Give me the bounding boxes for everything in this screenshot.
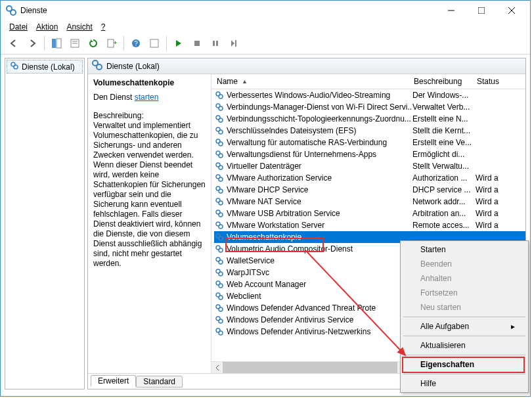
services-app-icon bbox=[6, 5, 16, 16]
ctx-help[interactable]: Hilfe bbox=[402, 376, 527, 391]
start-service-link[interactable]: starten bbox=[135, 93, 159, 102]
refresh-toolbar-button[interactable] bbox=[85, 35, 101, 51]
svg-point-60 bbox=[219, 307, 223, 311]
service-row[interactable]: Virtueller DatenträgerStellt Verwaltu... bbox=[214, 160, 525, 172]
start-service-button[interactable] bbox=[171, 35, 187, 51]
service-row[interactable]: Verbindungsschicht-Topologieerkennungs-Z… bbox=[214, 113, 525, 125]
service-status-cell: Wird a bbox=[476, 173, 515, 183]
close-button[interactable] bbox=[497, 1, 527, 20]
service-row[interactable]: Verschlüsselndes Dateisystem (EFS)Stellt… bbox=[214, 125, 525, 137]
service-row[interactable]: Verwaltung für automatische RAS-Verbindu… bbox=[214, 137, 525, 148]
service-row[interactable]: VMware DHCP ServiceDHCP service ...Wird … bbox=[214, 184, 525, 196]
service-desc-cell: Der Windows-... bbox=[412, 91, 476, 100]
service-gear-icon bbox=[214, 315, 225, 325]
service-row[interactable]: Verbindungs-Manager-Dienst von Wi-Fi Dir… bbox=[214, 101, 525, 113]
svg-rect-7 bbox=[56, 39, 61, 48]
service-gear-icon bbox=[214, 267, 225, 278]
column-status[interactable]: Status bbox=[477, 77, 516, 86]
service-desc-cell: Ermöglicht di... bbox=[412, 150, 476, 159]
menu-action[interactable]: Aktion bbox=[33, 22, 61, 32]
scroll-left-button[interactable] bbox=[211, 362, 223, 373]
menu-help[interactable]: ? bbox=[98, 22, 109, 32]
service-desc-cell: Stellt die Kernt... bbox=[412, 126, 476, 135]
svg-rect-14 bbox=[150, 39, 158, 47]
svg-point-42 bbox=[219, 201, 223, 205]
service-name-cell: Verbessertes Windows-Audio/Video-Streami… bbox=[227, 91, 390, 100]
svg-point-46 bbox=[219, 225, 223, 229]
service-status-cell: Wird a bbox=[476, 185, 515, 194]
service-gear-icon bbox=[214, 149, 225, 160]
ctx-start[interactable]: Starten bbox=[402, 242, 527, 257]
svg-point-26 bbox=[219, 106, 223, 110]
service-gear-icon bbox=[214, 102, 225, 112]
svg-point-20 bbox=[14, 65, 18, 69]
properties-toolbar-button[interactable] bbox=[67, 35, 83, 51]
scrollbar-thumb[interactable] bbox=[223, 362, 397, 373]
svg-point-54 bbox=[219, 272, 223, 276]
service-desc-cell: Erstellt eine N... bbox=[412, 114, 476, 123]
service-row[interactable]: VMware NAT ServiceNetwork addr...Wird a bbox=[214, 196, 525, 208]
tree-root-label: Dienste (Lokal) bbox=[22, 62, 75, 72]
service-desc-cell: DHCP service ... bbox=[412, 185, 476, 194]
tab-extended[interactable]: Erweitert bbox=[91, 375, 136, 387]
svg-point-34 bbox=[219, 154, 223, 158]
selected-service-name: Volumeschattenkopie bbox=[93, 78, 206, 87]
menu-file[interactable]: Datei bbox=[6, 22, 31, 32]
service-desc-cell: Remote acces... bbox=[412, 221, 476, 230]
service-gear-icon bbox=[214, 255, 225, 266]
tree-root-services-local[interactable]: Dienste (Lokal) bbox=[7, 60, 83, 74]
service-gear-icon bbox=[214, 291, 225, 301]
maximize-button[interactable] bbox=[466, 1, 497, 20]
service-row[interactable]: VMware Workstation ServerRemote acces...… bbox=[214, 219, 525, 231]
svg-point-32 bbox=[219, 142, 223, 146]
help-toolbar-button[interactable]: ? bbox=[128, 35, 144, 51]
service-name-cell: Web Account Manager bbox=[227, 280, 306, 289]
menu-view[interactable]: Ansicht bbox=[63, 22, 95, 32]
svg-point-64 bbox=[219, 331, 223, 335]
column-headers: Name▲ Beschreibung Status bbox=[211, 74, 525, 89]
main-header: Dienste (Lokal) bbox=[88, 58, 525, 74]
export-list-button[interactable] bbox=[104, 35, 120, 51]
column-name[interactable]: Name▲ bbox=[217, 77, 414, 86]
service-row[interactable]: VMware Authorization ServiceAuthorizatio… bbox=[214, 172, 525, 184]
titlebar: Dienste bbox=[1, 1, 530, 20]
svg-point-28 bbox=[219, 118, 223, 122]
service-desc-cell: Stellt Verwaltu... bbox=[412, 162, 476, 171]
minimize-button[interactable] bbox=[436, 1, 466, 20]
show-hide-tree-button[interactable] bbox=[49, 35, 64, 51]
ctx-properties[interactable]: Eigenschaften bbox=[402, 357, 527, 372]
pause-service-button[interactable] bbox=[208, 35, 223, 51]
service-gear-icon bbox=[214, 173, 225, 183]
svg-rect-15 bbox=[194, 41, 200, 46]
column-description[interactable]: Beschreibung bbox=[414, 77, 477, 86]
service-name-cell: Verschlüsselndes Dateisystem (EFS) bbox=[227, 126, 356, 135]
svg-text:?: ? bbox=[134, 40, 138, 47]
tab-standard[interactable]: Standard bbox=[136, 376, 183, 387]
service-name-cell: Virtueller Datenträger bbox=[227, 162, 301, 171]
service-row[interactable]: Verwaltungsdienst für Unternehmens-AppsE… bbox=[214, 148, 525, 160]
ctx-refresh[interactable]: Aktualisieren bbox=[402, 338, 527, 353]
service-desc-cell: Verwaltet Verb... bbox=[412, 102, 476, 112]
service-row[interactable]: Verbessertes Windows-Audio/Video-Streami… bbox=[214, 89, 525, 101]
service-status-cell: Wird a bbox=[476, 197, 515, 206]
service-gear-icon bbox=[214, 137, 225, 148]
service-status-cell: Wird a bbox=[476, 209, 515, 218]
service-gear-icon bbox=[214, 196, 225, 207]
ctx-all-tasks[interactable]: Alle Aufgaben ▸ bbox=[402, 319, 527, 334]
services-icon bbox=[10, 61, 19, 72]
service-gear-icon bbox=[214, 185, 225, 195]
service-row[interactable]: VMware USB Arbitration ServiceArbitratio… bbox=[214, 208, 525, 219]
service-name-cell: VMware Authorization Service bbox=[227, 173, 332, 183]
nav-forward-button[interactable] bbox=[24, 35, 40, 51]
stop-service-button[interactable] bbox=[189, 35, 205, 51]
info-panel: Volumeschattenkopie Den Dienst starten B… bbox=[88, 74, 211, 373]
service-gear-icon bbox=[214, 232, 225, 242]
service-name-cell: Volumetric Audio Compositor-Dienst bbox=[227, 244, 353, 254]
service-name-cell: Verwaltungsdienst für Unternehmens-Apps bbox=[227, 150, 376, 159]
restart-service-button[interactable] bbox=[226, 35, 242, 51]
service-desc-cell: Erstellt eine Ve... bbox=[412, 138, 476, 147]
about-toolbar-button[interactable] bbox=[146, 35, 162, 51]
svg-point-44 bbox=[219, 213, 223, 217]
ctx-restart: Neu starten bbox=[402, 300, 527, 315]
nav-back-button[interactable] bbox=[6, 35, 22, 51]
